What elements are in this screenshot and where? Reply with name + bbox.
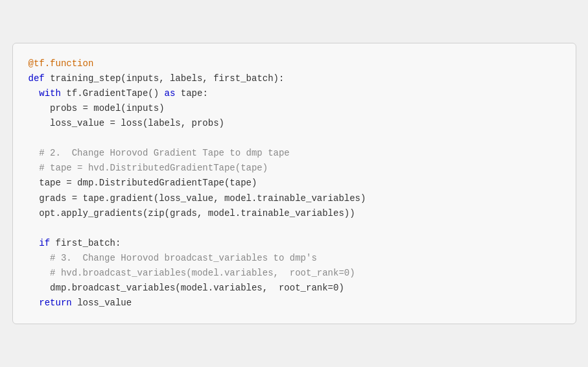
code-line: def training_step(inputs, labels, first_… <box>29 71 560 86</box>
code-line: @tf.function <box>29 56 560 71</box>
code-line: with tf.GradientTape() as tape: <box>29 86 560 101</box>
code-line: opt.apply_gradients(zip(grads, model.tra… <box>29 206 560 221</box>
code-line: tape = dmp.DistributedGradientTape(tape) <box>29 176 560 191</box>
code-line: # 3. Change Horovod broadcast_variables … <box>29 251 560 266</box>
code-line: # tape = hvd.DistributedGradientTape(tap… <box>29 161 560 176</box>
code-line <box>29 221 560 236</box>
code-block: @tf.functiondef training_step(inputs, la… <box>12 43 576 325</box>
code-line: # 2. Change Horovod Gradient Tape to dmp… <box>29 146 560 161</box>
code-line: dmp.broadcast_variables(model.variables,… <box>29 281 560 296</box>
code-line: return loss_value <box>29 296 560 311</box>
code-line <box>29 131 560 146</box>
code-line: loss_value = loss(labels, probs) <box>29 116 560 131</box>
code-line: probs = model(inputs) <box>29 101 560 116</box>
code-line: # hvd.broadcast_variables(model.variable… <box>29 266 560 281</box>
code-line: if first_batch: <box>29 236 560 251</box>
code-line: grads = tape.gradient(loss_value, model.… <box>29 191 560 206</box>
